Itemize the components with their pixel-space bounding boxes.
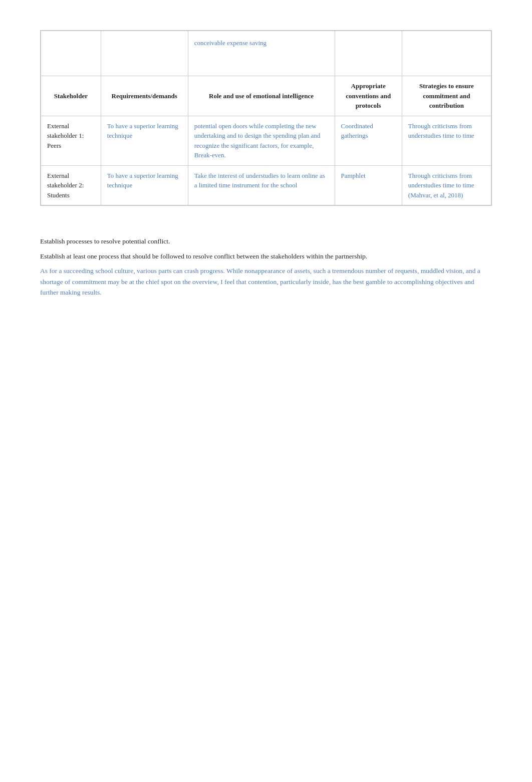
- row2-col4: Pamphlet: [335, 165, 402, 205]
- table-row-peers: External stakeholder 1: Peers To have a …: [41, 116, 491, 165]
- row2-col4-text: Pamphlet: [341, 172, 366, 179]
- row1-col2-text: To have a superior learning technique: [107, 122, 178, 140]
- header-col2: Requirements/demands: [101, 76, 188, 116]
- row2-col5-text: Through criticisms from understudies tim…: [408, 172, 474, 199]
- row2-col2: To have a superior learning technique: [101, 165, 188, 205]
- body-line2: Establish at least one process that shou…: [40, 251, 492, 262]
- row1-col1: External stakeholder 1: Peers: [41, 116, 101, 165]
- header-col5: Strategies to ensure commitment and cont…: [402, 76, 491, 116]
- top-row-col5: [402, 31, 491, 76]
- conceivable-text: conceivable expense saving: [194, 39, 267, 47]
- row1-col2: To have a superior learning technique: [101, 116, 188, 165]
- row2-col2-text: To have a superior learning technique: [107, 172, 178, 189]
- header-col1: Stakeholder: [41, 76, 101, 116]
- row1-col3: potential open doors while completing th…: [188, 116, 335, 165]
- body-line3: As for a succeeding school culture, vari…: [40, 266, 492, 298]
- row2-col1: External stakeholder 2: Students: [41, 165, 101, 205]
- stakeholder-table: conceivable expense saving Stakeholder R…: [41, 31, 491, 205]
- table-top-row: conceivable expense saving: [41, 31, 491, 76]
- top-row-col4: [335, 31, 402, 76]
- row1-col5-text: Through criticisms from understudies tim…: [408, 122, 474, 140]
- row1-col5: Through criticisms from understudies tim…: [402, 116, 491, 165]
- row1-col4: Coordinated gatherings: [335, 116, 402, 165]
- row2-col5: Through criticisms from understudies tim…: [402, 165, 491, 205]
- top-row-col1: [41, 31, 101, 76]
- row2-col3-text: Take the interest of understudies to lea…: [194, 172, 325, 189]
- body-line1: Establish processes to resolve potential…: [40, 236, 492, 247]
- top-row-col2: [101, 31, 188, 76]
- table-row-students: External stakeholder 2: Students To have…: [41, 165, 491, 205]
- row1-col3-text: potential open doors while completing th…: [194, 122, 321, 159]
- main-table-wrapper: conceivable expense saving Stakeholder R…: [40, 30, 492, 206]
- row2-col3: Take the interest of understudies to lea…: [188, 165, 335, 205]
- row1-col4-text: Coordinated gatherings: [341, 122, 373, 140]
- table-header-row: Stakeholder Requirements/demands Role an…: [41, 76, 491, 116]
- header-col3: Role and use of emotional intelligence: [188, 76, 335, 116]
- body-content: Establish processes to resolve potential…: [40, 236, 492, 298]
- top-row-col3: conceivable expense saving: [188, 31, 335, 76]
- header-col4: Appropriate conventions and protocols: [335, 76, 402, 116]
